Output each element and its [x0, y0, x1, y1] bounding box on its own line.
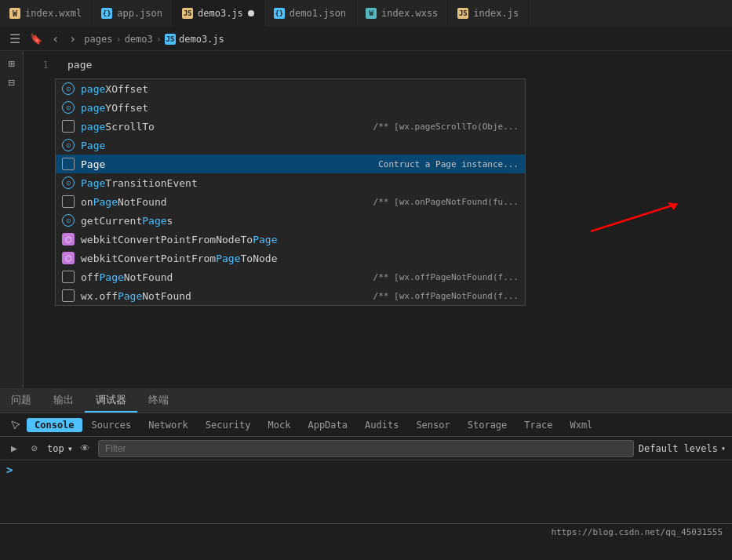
dt-tab-audits[interactable]: Audits: [357, 418, 406, 432]
dt-tab-security[interactable]: Security: [198, 418, 259, 432]
back-icon[interactable]: ‹: [49, 31, 63, 46]
devtools-tabs-row: Console Sources Network Security Mock Ap…: [0, 413, 732, 437]
ac-item-pageScrollTo[interactable]: pageScrollTo /** [wx.pageScrollTo(Obje..…: [56, 117, 525, 136]
tab-tiaoshiqi[interactable]: 调试器: [85, 388, 137, 413]
ac-icon-circle: ⊙: [62, 82, 75, 95]
ac-item-webkitConvertPointFromNodeToPage[interactable]: ⬡ webkitConvertPointFromNodeToPage: [56, 230, 525, 249]
tab-label: demo1.json: [290, 8, 346, 19]
line-numbers: 1: [24, 51, 55, 388]
dt-tab-mock[interactable]: Mock: [260, 418, 299, 432]
levels-arrow-icon: ▾: [721, 444, 726, 453]
dt-tab-sources[interactable]: Sources: [84, 418, 140, 432]
ac-icon-circle: ⊙: [62, 139, 75, 151]
chevron-down-icon: ▾: [67, 443, 73, 454]
filter-input[interactable]: [98, 440, 634, 457]
footer-link: https://blog.csdn.net/qq_45031555: [551, 527, 723, 537]
forward-icon[interactable]: ›: [66, 31, 80, 46]
json-icon: {}: [101, 8, 112, 19]
console-prompt: >: [6, 464, 13, 476]
ac-detail: /** [wx.pageScrollTo(Obje...: [373, 122, 519, 132]
sidebar-bookmark-icon[interactable]: ⊟: [8, 76, 14, 89]
tab-app-json[interactable]: {} app.json: [92, 0, 173, 27]
sidebar-explorer-icon[interactable]: ⊞: [8, 57, 14, 70]
ac-icon-circle: ⊙: [62, 214, 75, 227]
ac-item-pageYOffset[interactable]: ⊙ pageYOffset: [56, 98, 525, 117]
context-select[interactable]: top ▾: [47, 443, 73, 454]
tab-demo3-js[interactable]: JS demo3.js: [173, 0, 264, 27]
eye-btn[interactable]: 👁: [78, 441, 93, 456]
autocomplete-dropdown: ⊙ pageXOffset ⊙ pageYOffset pageScrollTo…: [55, 78, 526, 306]
tab-label: index.js: [473, 8, 519, 19]
red-arrow-annotation: [575, 196, 685, 245]
breadcrumb-demo3: demo3: [125, 34, 153, 45]
js-icon: JS: [182, 8, 193, 19]
ac-detail: /** [wx.onPageNotFound(fu...: [373, 197, 519, 207]
bookmark-icon[interactable]: 🔖: [27, 33, 46, 45]
ac-detail: Contruct a Page instance...: [378, 159, 519, 169]
tab-wenti[interactable]: 问题: [0, 388, 42, 413]
tab-label: index.wxml: [25, 8, 82, 19]
ac-icon-square: [62, 120, 75, 133]
wxml-icon: W: [9, 8, 20, 19]
ac-name: wx.offPageNotFound: [81, 290, 367, 302]
tab-index-js[interactable]: JS index.js: [448, 0, 529, 27]
block-btn[interactable]: ⊘: [27, 441, 42, 456]
ac-item-offPageNotFound[interactable]: offPageNotFound /** [wx.offPageNotFound(…: [56, 267, 525, 286]
ac-name: pageXOffset: [81, 83, 512, 95]
tab-label: index.wxss: [381, 8, 438, 19]
footer: https://blog.csdn.net/qq_45031555: [0, 523, 732, 540]
wxss-icon: W: [366, 8, 377, 19]
dt-tab-network[interactable]: Network: [140, 418, 196, 432]
code-line-1: page: [67, 57, 721, 73]
ac-icon-circle: ⊙: [62, 176, 75, 189]
hamburger-icon[interactable]: ☰: [6, 31, 24, 46]
ac-name: pageScrollTo: [81, 121, 367, 133]
execute-btn[interactable]: ▶: [6, 441, 22, 456]
tab-demo1-json[interactable]: {} demo1.json: [264, 0, 356, 27]
js-icon: JS: [457, 8, 468, 19]
ac-item-webkitConvertPointFromPageToNode[interactable]: ⬡ webkitConvertPointFromPageToNode: [56, 249, 525, 267]
tab-zhongduan[interactable]: 终端: [137, 388, 180, 413]
ac-icon-square: [62, 195, 75, 208]
ac-item-getCurrentPages[interactable]: ⊙ getCurrentPages: [56, 211, 525, 230]
ac-item-onPageNotFound[interactable]: onPageNotFound /** [wx.onPageNotFound(fu…: [56, 192, 525, 211]
ac-icon-purple: ⬡: [62, 252, 75, 264]
select-element-btn[interactable]: [6, 416, 25, 435]
dt-tab-wxml[interactable]: Wxml: [562, 418, 600, 432]
ac-name: offPageNotFound: [81, 271, 367, 283]
dt-tab-trace[interactable]: Trace: [516, 418, 560, 432]
ac-name: Page: [81, 140, 512, 151]
tab-label: app.json: [117, 8, 162, 19]
breadcrumb: pages › demo3 › JS demo3.js: [84, 34, 224, 45]
ac-name: webkitConvertPointFromNodeToPage: [81, 234, 512, 245]
nav-buttons: ☰ 🔖 ‹ ›: [6, 31, 79, 46]
ac-icon-square: [62, 271, 75, 283]
tab-index-wxss[interactable]: W index.wxss: [356, 0, 448, 27]
console-toolbar: ▶ ⊘ top ▾ 👁 Default levels ▾: [0, 437, 732, 460]
tab-shuchu[interactable]: 输出: [42, 388, 85, 413]
left-sidebar: ⊞ ⊟: [0, 51, 24, 388]
levels-select[interactable]: Default levels ▾: [639, 443, 726, 454]
dt-tab-console[interactable]: Console: [27, 418, 82, 432]
tab-index-wxml[interactable]: W index.wxml: [0, 0, 92, 27]
ac-name: getCurrentPages: [81, 215, 512, 227]
breadcrumb-current: demo3.js: [179, 34, 224, 45]
editor-scrollbar[interactable]: [721, 51, 732, 388]
breadcrumb-pages: pages: [84, 34, 112, 45]
ac-name: PageTransitionEvent: [81, 177, 512, 189]
ac-item-Page-circle[interactable]: ⊙ Page: [56, 136, 525, 155]
ac-name: pageYOffset: [81, 102, 512, 114]
dt-tab-sensor[interactable]: Sensor: [408, 418, 457, 432]
editor-area: ⊞ ⊟ 1 page ⊙ pageXOffset ⊙ pageYOffset: [0, 51, 732, 388]
modified-dot: [248, 10, 254, 16]
svg-line-0: [591, 204, 677, 231]
dt-tab-storage[interactable]: Storage: [460, 418, 515, 432]
ac-detail: /** [wx.offPageNotFound(f...: [373, 291, 519, 301]
ac-item-PageTransitionEvent[interactable]: ⊙ PageTransitionEvent: [56, 173, 525, 192]
console-output: >: [0, 460, 732, 523]
dt-tab-appdata[interactable]: AppData: [300, 418, 355, 432]
ac-item-pageXOffset[interactable]: ⊙ pageXOffset: [56, 79, 525, 98]
ac-item-wx-offPageNotFound[interactable]: wx.offPageNotFound /** [wx.offPageNotFou…: [56, 286, 525, 305]
js-breadcrumb-icon: JS: [165, 34, 176, 45]
ac-item-Page-selected[interactable]: Page Contruct a Page instance...: [56, 155, 525, 173]
